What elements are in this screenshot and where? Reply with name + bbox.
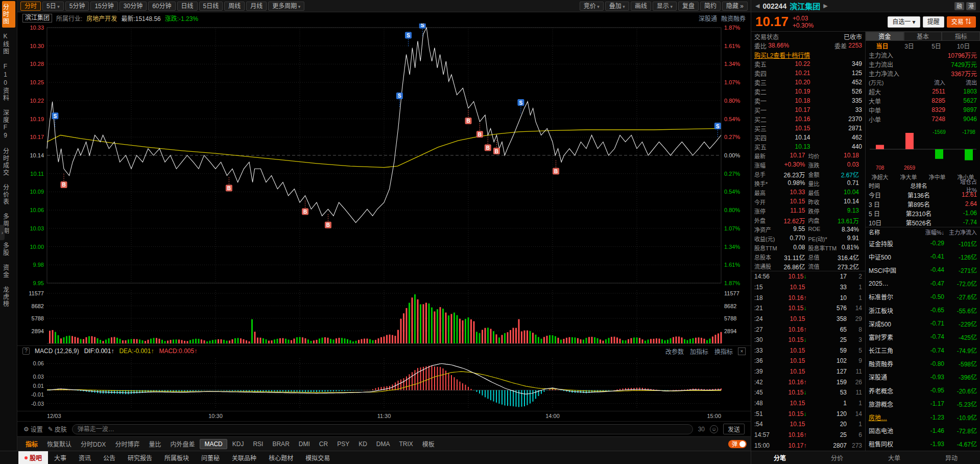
indicator-恢复默认[interactable]: 恢复默认: [43, 438, 76, 449]
sector-row[interactable]: 深股通-0.93-396亿: [866, 370, 980, 384]
bottom-tab-所属板块[interactable]: 所属板块: [158, 451, 195, 464]
sidebar-item-分价表[interactable]: 分价表: [2, 181, 15, 208]
tool-复盘[interactable]: 复盘: [678, 2, 699, 11]
tool-显示[interactable]: 显示: [653, 2, 677, 11]
skin-button[interactable]: ✎皮肤: [48, 425, 67, 433]
sidebar-item-深度F9[interactable]: 深度F9: [2, 107, 15, 143]
indicator-分时DDX[interactable]: 分时DDX: [77, 438, 110, 449]
switch-indicator-link[interactable]: 换指标: [714, 347, 733, 356]
tab-基本[interactable]: 基本: [904, 32, 942, 41]
sidebar-item-K线图[interactable]: K线图: [2, 30, 15, 58]
sidebar-item-F10资料[interactable]: F10资料: [2, 60, 15, 104]
tool-竞价[interactable]: 竞价: [580, 2, 604, 11]
sector-row[interactable]: 证金持股-0.29-101亿: [866, 237, 980, 250]
change-params-link[interactable]: 改参数: [665, 347, 684, 356]
period-5分钟[interactable]: 5分钟: [65, 2, 89, 11]
indicator-MACD[interactable]: MACD: [200, 439, 227, 449]
flow-period-3日[interactable]: 3日: [896, 41, 923, 50]
period-月线[interactable]: 月线: [246, 2, 267, 11]
bottom-tab-股吧[interactable]: 股吧: [18, 451, 48, 464]
tab-指标[interactable]: 指标: [942, 32, 980, 41]
add-indicator-link[interactable]: 加指标: [690, 347, 708, 356]
danmaku-input[interactable]: [72, 424, 693, 434]
emoji-icon[interactable]: ☺: [710, 425, 718, 433]
indicator-分时博弈[interactable]: 分时博弈: [111, 438, 144, 449]
period-60分钟[interactable]: 60分钟: [148, 2, 175, 11]
tool-叠加[interactable]: 叠加: [605, 2, 629, 11]
trade-button[interactable]: 交易 ⇅: [947, 16, 976, 28]
bottom-tab-关联品种[interactable]: 关联品种: [226, 451, 262, 464]
bid-row[interactable]: 买二10.162370: [751, 114, 865, 124]
period-5日线[interactable]: 5日线: [199, 2, 223, 11]
watchlist-button[interactable]: 自选一 ▾: [888, 16, 920, 28]
indicator-KD[interactable]: KD: [354, 439, 371, 449]
period-周线[interactable]: 周线: [224, 2, 245, 11]
close-icon[interactable]: ×: [738, 347, 746, 355]
margin-link[interactable]: 融资融券: [721, 14, 746, 22]
bid-row[interactable]: 买三10.152871: [751, 124, 865, 133]
sector-col-pct[interactable]: 涨幅%↓: [921, 228, 944, 236]
sector-row[interactable]: 深成500-0.71-229亿: [866, 317, 980, 330]
period-30分钟[interactable]: 30分钟: [119, 2, 147, 11]
tool-隐藏[interactable]: 隐藏 »: [722, 2, 748, 11]
sector-row[interactable]: 中证500-0.41-126亿: [866, 250, 980, 263]
tool-简约[interactable]: 简约: [700, 2, 721, 11]
sector-row[interactable]: 养老概念-0.95-20.6亿: [866, 384, 980, 397]
indicator-PSY[interactable]: PSY: [333, 439, 353, 449]
indicator-BRAR[interactable]: BRAR: [268, 439, 293, 449]
sidebar-item-多股[interactable]: 多股: [2, 240, 15, 259]
indicator-量比[interactable]: 量比: [145, 438, 165, 449]
ask-row[interactable]: 卖二10.19526: [751, 87, 865, 96]
bid-row[interactable]: 买四10.14462: [751, 133, 865, 142]
sidebar-item-分时图[interactable]: 分时图: [2, 1, 15, 28]
period-日线[interactable]: 日线: [177, 2, 198, 11]
stock-tag[interactable]: 滨江集团: [22, 14, 52, 22]
bottom-tab-研究报告[interactable]: 研究报告: [122, 451, 158, 464]
l2-upsell-link[interactable]: 购买L2查看十档行情: [754, 51, 810, 59]
sector-row[interactable]: 标准普尔-0.50-27.6亿: [866, 290, 980, 304]
sector-row[interactable]: 融资融券-0.80-598亿: [866, 357, 980, 370]
flow-period-5日[interactable]: 5日: [923, 41, 950, 50]
sector-row[interactable]: 长江三角-0.74-74.9亿: [866, 344, 980, 357]
flow-period-当日[interactable]: 当日: [869, 41, 896, 50]
quote-tab-异动[interactable]: 异动: [945, 453, 958, 462]
indicator-TRIX[interactable]: TRIX: [395, 439, 417, 449]
quote-tab-大单[interactable]: 大单: [888, 453, 900, 462]
indicator-KDJ[interactable]: KDJ: [228, 439, 248, 449]
sector-row[interactable]: 旅游概念-1.17-5.23亿: [866, 397, 980, 410]
period-5日[interactable]: 5日: [42, 2, 64, 11]
sidebar-item-分时成交[interactable]: 分时成交: [2, 145, 15, 179]
bottom-tab-资讯[interactable]: 资讯: [73, 451, 97, 464]
bottom-tab-大事[interactable]: 大事: [48, 451, 73, 464]
tab-资金[interactable]: 资金: [866, 32, 904, 41]
ask-row[interactable]: 卖四10.21125: [751, 68, 865, 78]
industry-link[interactable]: 房地产开发: [86, 14, 117, 22]
indicator-DMI[interactable]: DMI: [295, 439, 314, 449]
tool-画线[interactable]: 画线: [631, 2, 651, 11]
volume-chart[interactable]: 1157711577868286825788578828942894: [17, 287, 751, 345]
sector-row[interactable]: 房地…-1.23-10.9亿: [866, 410, 980, 424]
prev-stock-arrow[interactable]: ◀: [755, 3, 759, 9]
sector-row[interactable]: MSCI中国-0.44-271亿: [866, 263, 980, 276]
sector-row[interactable]: 富时罗素-0.74-425亿: [866, 330, 980, 343]
indicator-CR[interactable]: CR: [315, 439, 332, 449]
period-更多周期[interactable]: 更多周期: [268, 2, 304, 11]
sector-row[interactable]: 固态电池-1.46-72.8亿: [866, 424, 980, 437]
quote-tab-分笔[interactable]: 分笔: [774, 453, 786, 462]
indicator-RSI[interactable]: RSI: [249, 439, 267, 449]
szconnect-link[interactable]: 深股通: [699, 14, 717, 22]
alert-button[interactable]: 提醒: [923, 16, 944, 28]
bottom-tab-问董秘[interactable]: 问董秘: [195, 451, 226, 464]
quote-tab-分价[interactable]: 分价: [831, 453, 843, 462]
danmaku-toggle[interactable]: 弹: [728, 440, 747, 448]
ask-row[interactable]: 卖三10.20452: [751, 78, 865, 87]
settings-button[interactable]: ⚙设置: [23, 425, 43, 433]
flow-period-10日[interactable]: 10日: [950, 41, 977, 50]
indicator-内外盘差[interactable]: 内外盘差: [166, 438, 199, 449]
period-15分钟[interactable]: 15分钟: [90, 2, 117, 11]
macd-chart[interactable]: 0.060.030.01-0.01-0.03: [17, 356, 751, 411]
bottom-tab-公告[interactable]: 公告: [97, 451, 122, 464]
intraday-price-chart[interactable]: 10.331.87%10.301.61%10.281.34%10.251.07%…: [17, 24, 751, 287]
indicator-DMA[interactable]: DMA: [372, 439, 394, 449]
help-icon[interactable]: ?: [22, 347, 30, 355]
